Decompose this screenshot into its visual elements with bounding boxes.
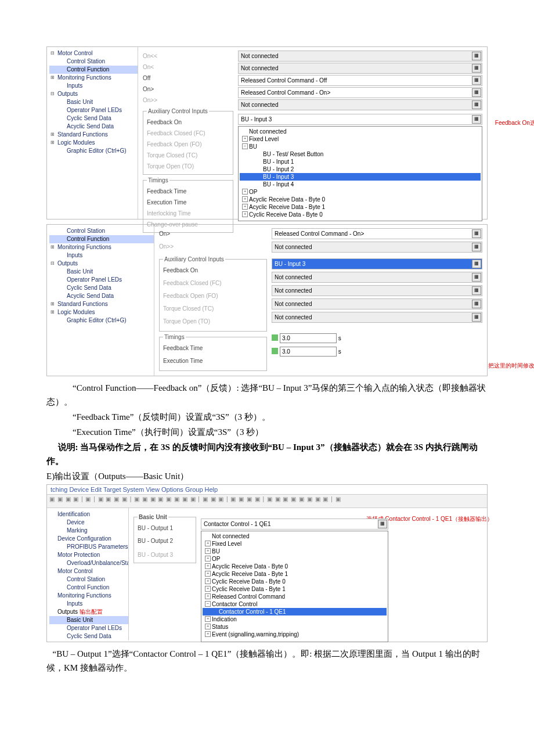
- screenshot-3: tching Device Edit Target System View Op…: [46, 484, 488, 642]
- tree-basic-unit: Basic Unit: [49, 616, 128, 624]
- body-paragraph-block: “Control Function——Feedback on”（反馈）: 选择“…: [46, 381, 488, 483]
- field-on-ll: Not connected▦: [238, 51, 482, 62]
- execution-time-input[interactable]: 3.0: [280, 347, 337, 357]
- dropdown-bu-input-3: BU - Input 3: [240, 173, 481, 181]
- restore-icon[interactable]: [272, 334, 278, 341]
- nav-tree-2[interactable]: Control Station Control Function ⊞Monito…: [47, 225, 154, 376]
- menu-bar[interactable]: tching Device Edit Target System View Op…: [47, 485, 487, 495]
- nav-tree-1[interactable]: ⊟Motor Control Control Station Control F…: [47, 47, 138, 219]
- restore-icon[interactable]: [272, 348, 278, 354]
- annotation-timing: 把这里的时间修改成3S（3秒）: [488, 362, 534, 370]
- feedback-on-field[interactable]: BU - Input 3▦: [238, 114, 482, 125]
- tree-control-function-2: Control Function: [49, 235, 154, 243]
- dropdown-contactor-qe1: Contactor Control - 1 QE1: [203, 608, 387, 615]
- feedback-on-value[interactable]: BU - Input 3▦: [272, 258, 482, 269]
- dropdown-output[interactable]: Not connected +Fixed Level +BU +OP +Acyc…: [201, 531, 388, 642]
- dropdown-panel[interactable]: Not connected +Fixed Level −BU BU - Test…: [238, 126, 482, 221]
- screenshot-2: Control Station Control Function ⊞Monito…: [46, 224, 488, 376]
- bu-output1-field[interactable]: Contactor Control - 1 QE1▦: [201, 519, 388, 530]
- body-paragraph-end: “BU – Output 1”选择“Contactor Control – 1 …: [46, 647, 488, 675]
- annotation-feedback: Feedback On选择 BU - Input 3: [495, 119, 534, 127]
- tree-control-function: Control Function: [49, 66, 138, 74]
- toolbar[interactable]: ▣ ▣ ▣ ▣ | ▣ | ▣ ▣ ▣ ▣ | ▣ ▣ ▣ ▣ ▣ ▣ ▣ ▣ …: [47, 495, 487, 508]
- screenshot-1: ⊟Motor Control Control Station Control F…: [46, 46, 488, 219]
- lookup-icon: ▦: [472, 52, 481, 60]
- feedback-time-input[interactable]: 3.0: [280, 333, 337, 343]
- nav-tree-3[interactable]: Identification Device Marking Device Con…: [47, 508, 129, 640]
